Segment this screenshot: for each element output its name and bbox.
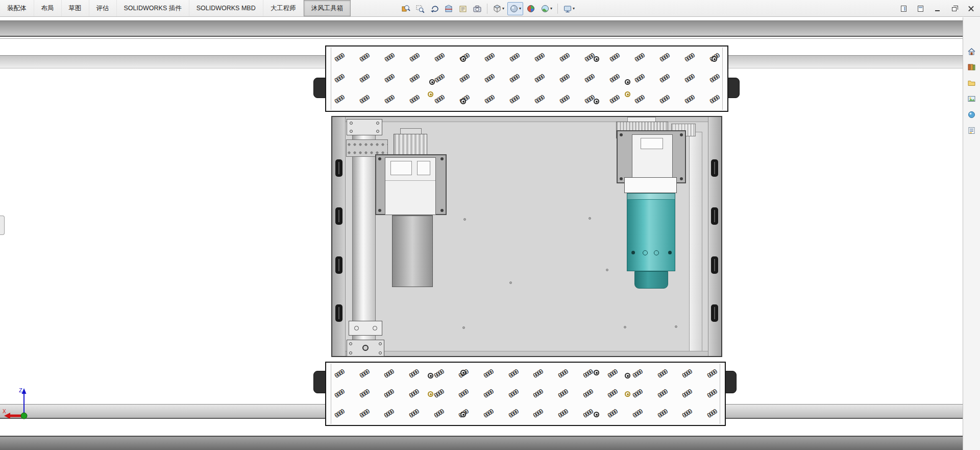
- hinge-bracket[interactable]: [711, 304, 718, 322]
- guide-rail-right[interactable]: [689, 132, 702, 351]
- dynamic-annotation-views-button[interactable]: [456, 2, 470, 15]
- menu-tab-evaluate[interactable]: 评估: [89, 0, 117, 16]
- close-button[interactable]: [965, 4, 977, 14]
- gear-motor-right[interactable]: [632, 134, 673, 182]
- bearing-block-left[interactable]: [349, 321, 382, 336]
- menu-tab-big-engineer[interactable]: 大工程师: [263, 0, 304, 16]
- spring-symbol: 0000: [583, 74, 595, 84]
- rail-clamp-bottom-left[interactable]: [313, 371, 326, 393]
- 3d-drawing-view-button[interactable]: [471, 2, 484, 15]
- bolt-icon: [349, 342, 352, 345]
- menu-tab-mufeng-toolbox[interactable]: 沐风工具箱: [304, 0, 351, 16]
- teal-cylinder-lower-right[interactable]: [634, 271, 668, 289]
- spring-symbol: 0000: [532, 368, 544, 378]
- hinge-bracket[interactable]: [711, 256, 718, 274]
- minimize-button[interactable]: [931, 4, 943, 14]
- spring-symbol: 0000: [558, 53, 570, 63]
- linear-rail-top-front[interactable]: [0, 20, 963, 36]
- hinge-bracket[interactable]: [335, 304, 342, 322]
- edit-appearance-button[interactable]: [524, 2, 537, 15]
- task-pane-view-palette-button[interactable]: [965, 93, 978, 106]
- menu-tab-solidworks-addins[interactable]: SOLIDWORKS 插件: [117, 0, 189, 16]
- collapsed-panel-handle[interactable]: [0, 216, 5, 235]
- spring-symbol: 0000: [633, 53, 645, 63]
- window-controls: [897, 0, 977, 17]
- linear-rail-bottom-back[interactable]: [0, 436, 963, 450]
- hinge-bracket[interactable]: [335, 207, 342, 225]
- shaft-flange-bottom[interactable]: [347, 340, 384, 357]
- bolt-hole: [428, 373, 433, 378]
- spring-symbol: 0000: [658, 53, 670, 63]
- restore-button[interactable]: [948, 4, 960, 14]
- spring-symbol: 0000: [706, 389, 717, 399]
- file-explorer-icon: [967, 79, 976, 89]
- previous-view-button[interactable]: [428, 2, 441, 15]
- graphics-viewport[interactable]: 0000000000000000000000000000000000000000…: [0, 17, 963, 450]
- menu-tab-assembly[interactable]: 装配体: [0, 0, 34, 16]
- view-settings-button[interactable]: ▾: [561, 2, 577, 15]
- hinge-bracket[interactable]: [335, 159, 342, 177]
- bolt-ring-icon: [373, 326, 377, 330]
- task-pane-file-explorer-button[interactable]: [965, 78, 978, 90]
- spring-symbol: 0000: [532, 409, 544, 419]
- spring-symbol: 0000: [631, 389, 643, 399]
- shaft-flange-top[interactable]: [347, 119, 382, 135]
- task-pane-appearances-scenes-button[interactable]: [965, 109, 978, 122]
- solidworks-resources-icon: [967, 47, 976, 58]
- spring-symbol: 0000: [358, 74, 370, 84]
- apply-scene-button[interactable]: ▾: [538, 2, 554, 15]
- gear-motor-left[interactable]: [385, 157, 436, 215]
- section-view-button[interactable]: [442, 2, 455, 15]
- cylinder-body-left[interactable]: [392, 215, 433, 287]
- task-pane-design-library-button[interactable]: [965, 62, 978, 74]
- rail-clamp-top-left[interactable]: [313, 78, 326, 98]
- view-orientation-button[interactable]: ▾: [491, 2, 506, 15]
- rail-clamp-top-right[interactable]: [727, 78, 740, 98]
- teal-cylinder-right[interactable]: [627, 193, 675, 271]
- menu-tab-layout[interactable]: 布局: [34, 0, 62, 16]
- spring-symbol: 0000: [358, 368, 370, 378]
- panel-toggle-button[interactable]: [914, 4, 926, 14]
- menu-tab-solidworks-mbd[interactable]: SOLIDWORKS MBD: [189, 0, 263, 16]
- guide-shaft-left[interactable]: [352, 123, 376, 351]
- spring-symbol: 0000: [458, 74, 470, 84]
- spring-symbol: 0000: [408, 94, 420, 104]
- design-library-icon: [967, 63, 976, 74]
- toolbar-separator: [487, 4, 487, 14]
- spring-symbol: 0000: [483, 94, 495, 104]
- spring-symbol: 0000: [608, 53, 620, 63]
- bolt-icon: [378, 209, 381, 212]
- bolt-hole: [428, 91, 433, 97]
- zoom-fit-button[interactable]: [399, 2, 412, 15]
- spring-row: 0000000000000000000000000000000000000000…: [334, 391, 717, 397]
- enclosure-body[interactable]: [331, 116, 722, 357]
- hinge-bracket[interactable]: [711, 207, 718, 225]
- zoom-area-button[interactable]: [413, 2, 427, 15]
- spring-symbol: 0000: [483, 74, 495, 84]
- hinge-bracket[interactable]: [711, 159, 718, 177]
- task-pane-solidworks-resources-button[interactable]: [965, 46, 978, 58]
- display-style-button[interactable]: ▾: [507, 2, 523, 15]
- spring-symbol: 0000: [383, 409, 395, 419]
- hinge-bracket[interactable]: [335, 256, 342, 274]
- spring-symbol: 0000: [557, 409, 568, 419]
- spring-row: 0000000000000000000000000000000000000000…: [334, 411, 717, 417]
- menu-tab-sketch[interactable]: 草图: [62, 0, 89, 16]
- spring-symbol: 0000: [383, 53, 395, 63]
- task-pane-custom-properties-button[interactable]: [965, 125, 978, 137]
- bolt-icon: [440, 157, 444, 160]
- spring-symbol: 0000: [333, 74, 345, 84]
- spring-symbol: 0000: [582, 389, 593, 399]
- perforated-spring-plate-bottom[interactable]: 0000000000000000000000000000000000000000…: [325, 362, 726, 426]
- perforated-spring-plate-top[interactable]: 0000000000000000000000000000000000000000…: [325, 45, 728, 112]
- undock-button[interactable]: [897, 4, 910, 14]
- spring-row: 0000000000000000000000000000000000000000…: [334, 55, 719, 61]
- cylinder-collar-right[interactable]: [624, 177, 677, 193]
- spring-symbol: 0000: [607, 389, 618, 399]
- spring-symbol: 0000: [483, 53, 495, 63]
- cylinder-bolt-icon: [643, 250, 648, 255]
- bolt-hole: [625, 391, 630, 397]
- display-style-icon: [509, 4, 519, 13]
- zoom-area-icon: [415, 4, 425, 13]
- spring-symbol: 0000: [557, 389, 568, 399]
